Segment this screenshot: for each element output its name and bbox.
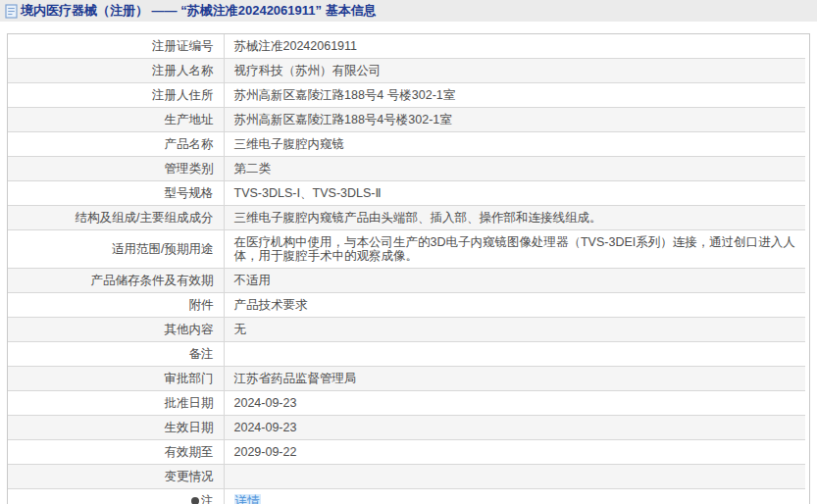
row-label: 适用范围/预期用途 — [8, 230, 224, 269]
row-label: 产品名称 — [8, 132, 224, 157]
table-row: 生效日期2024-09-23 — [8, 416, 805, 440]
row-value — [224, 465, 805, 489]
table-row: 其他内容无 — [8, 318, 805, 342]
table-row: 产品储存条件及有效期不适用 — [8, 269, 805, 293]
table-row: 管理类别第二类 — [8, 157, 805, 181]
table-row: 审批部门江苏省药品监督管理局 — [8, 367, 805, 391]
row-value: 2024-09-23 — [224, 416, 805, 440]
row-value: 不适用 — [224, 269, 805, 293]
row-label: 有效期至 — [8, 440, 224, 465]
table-row: 注册人名称视疗科技（苏州）有限公司 — [8, 59, 805, 83]
row-value: 在医疗机构中使用，与本公司生产的3D电子内窥镜图像处理器（TVS-3DEI系列）… — [224, 230, 805, 269]
row-label: 管理类别 — [8, 157, 224, 181]
row-label: 审批部门 — [8, 367, 224, 391]
row-value: 产品技术要求 — [224, 293, 805, 318]
row-value: 无 — [224, 318, 805, 342]
table-row: 结构及组成/主要组成成分三维电子腹腔内窥镜产品由头端部、插入部、操作部和连接线组… — [8, 206, 805, 230]
table-row: 注册证编号苏械注准20242061911 — [8, 34, 805, 59]
row-label: 备注 — [8, 342, 224, 367]
table-row: 生产地址苏州高新区嘉陵江路188号4号楼302-1室 — [8, 108, 805, 132]
row-value: TVS-3DLS-Ⅰ、TVS-3DLS-Ⅱ — [224, 181, 805, 206]
info-table-container: 注册证编号苏械注准20242061911注册人名称视疗科技（苏州）有限公司注册人… — [7, 33, 810, 504]
table-row: 注详情 — [8, 489, 805, 504]
row-value: 2024-09-23 — [224, 391, 805, 416]
detail-link[interactable]: 详情 — [234, 494, 261, 504]
table-row: 批准日期2024-09-23 — [8, 391, 805, 416]
table-row: 注册人住所苏州高新区嘉陵江路188号4 号楼302-1室 — [8, 83, 805, 108]
table-row: 变更情况 — [8, 465, 805, 489]
row-label: 生产地址 — [8, 108, 224, 132]
document-icon — [5, 4, 18, 19]
table-row: 产品名称三维电子腹腔内窥镜 — [8, 132, 805, 157]
table-row: 备注 — [8, 342, 805, 367]
note-icon — [191, 497, 199, 504]
table-row: 型号规格TVS-3DLS-Ⅰ、TVS-3DLS-Ⅱ — [8, 181, 805, 206]
row-label: 注册证编号 — [8, 34, 224, 59]
row-value: 苏州高新区嘉陵江路188号4号楼302-1室 — [224, 108, 805, 132]
info-table: 注册证编号苏械注准20242061911注册人名称视疗科技（苏州）有限公司注册人… — [8, 34, 805, 504]
row-label: 型号规格 — [8, 181, 224, 206]
row-value: 第二类 — [224, 157, 805, 181]
row-value: 三维电子腹腔内窥镜 — [224, 132, 805, 157]
row-value: 苏械注准20242061911 — [224, 34, 805, 59]
row-label: 生效日期 — [8, 416, 224, 440]
row-label: 注册人住所 — [8, 83, 224, 108]
row-value: 2029-09-22 — [224, 440, 805, 465]
page-title-bar: 境内医疗器械（注册） —— “苏械注准20242061911” 基本信息 — [0, 0, 817, 22]
row-label: 结构及组成/主要组成成分 — [8, 206, 224, 230]
page-title: 境内医疗器械（注册） —— “苏械注准20242061911” 基本信息 — [21, 2, 377, 20]
row-value — [224, 342, 805, 367]
table-row: 适用范围/预期用途在医疗机构中使用，与本公司生产的3D电子内窥镜图像处理器（TV… — [8, 230, 805, 269]
row-value: 视疗科技（苏州）有限公司 — [224, 59, 805, 83]
row-label: 变更情况 — [8, 465, 224, 489]
table-row: 附件产品技术要求 — [8, 293, 805, 318]
row-label: 其他内容 — [8, 318, 224, 342]
row-label: 注 — [8, 489, 224, 504]
row-value: 三维电子腹腔内窥镜产品由头端部、插入部、操作部和连接线组成。 — [224, 206, 805, 230]
table-row: 有效期至2029-09-22 — [8, 440, 805, 465]
row-value: 详情 — [224, 489, 805, 504]
row-value: 江苏省药品监督管理局 — [224, 367, 805, 391]
row-label: 产品储存条件及有效期 — [8, 269, 224, 293]
row-label: 注册人名称 — [8, 59, 224, 83]
row-value: 苏州高新区嘉陵江路188号4 号楼302-1室 — [224, 83, 805, 108]
row-label: 附件 — [8, 293, 224, 318]
row-label: 批准日期 — [8, 391, 224, 416]
